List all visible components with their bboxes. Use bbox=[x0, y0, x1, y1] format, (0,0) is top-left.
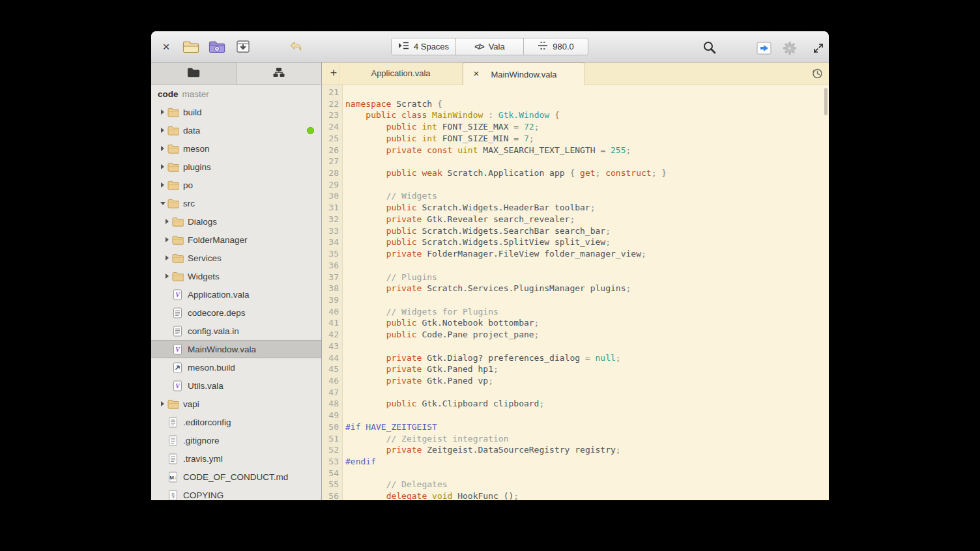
code-line: private Gtk.Paned hp1; bbox=[345, 363, 829, 375]
tree-item-services[interactable]: Services bbox=[151, 249, 321, 267]
project-header[interactable]: code master bbox=[151, 85, 321, 103]
expand-icon[interactable] bbox=[809, 40, 828, 57]
line-number: 42 bbox=[322, 329, 342, 341]
open-folder-icon[interactable] bbox=[182, 38, 200, 55]
tree-item-code-of-conduct-md[interactable]: M↓CODE_OF_CONDUCT.md bbox=[151, 468, 321, 486]
tree-item-label: po bbox=[183, 180, 193, 190]
code-line: delegate void HookFunc (); bbox=[345, 490, 829, 500]
tree-item-data[interactable]: data bbox=[151, 121, 321, 139]
tree-item-label: config.vala.in bbox=[188, 326, 239, 336]
code-line: #if HAVE_ZEITGEIST bbox=[345, 421, 829, 433]
tree-item-label: .travis.yml bbox=[183, 454, 223, 464]
folder-icon bbox=[167, 399, 182, 409]
code-line: private Gtk.Revealer search_revealer; bbox=[345, 214, 829, 225]
tree-item-meson-build[interactable]: meson.build bbox=[151, 358, 321, 376]
outline-hierarchy-icon bbox=[273, 67, 285, 80]
tree-item-build[interactable]: build bbox=[151, 103, 321, 121]
expander-expanded-icon[interactable] bbox=[158, 202, 167, 205]
expander-collapsed-icon[interactable] bbox=[158, 109, 167, 115]
sidebar-tab-files[interactable] bbox=[151, 63, 237, 84]
expander-collapsed-icon[interactable] bbox=[158, 401, 167, 406]
expander-collapsed-icon[interactable] bbox=[158, 128, 167, 133]
headerbar: × 4 Spaces</>Vala980.0 bbox=[151, 31, 829, 63]
tree-item--editorconfig[interactable]: .editorconfig bbox=[151, 413, 321, 431]
folder-icon bbox=[167, 162, 182, 172]
project-branch: master bbox=[182, 89, 209, 99]
line-number: 25 bbox=[322, 133, 342, 145]
file-tree: builddatamesonpluginsposrcDialogsFolderM… bbox=[151, 103, 321, 500]
tree-item-foldermanager[interactable]: FolderManager bbox=[151, 231, 321, 249]
tree-item-dialogs[interactable]: Dialogs bbox=[151, 212, 321, 231]
line-spacing-icon bbox=[538, 41, 548, 52]
build-icon bbox=[172, 362, 186, 373]
project-name: code bbox=[158, 89, 179, 99]
line-number: 29 bbox=[322, 179, 342, 191]
code-editor[interactable]: 2122232425262728293031323334353637383940… bbox=[322, 85, 829, 500]
expander-collapsed-icon[interactable] bbox=[162, 219, 172, 224]
expander-collapsed-icon[interactable] bbox=[162, 274, 172, 279]
tree-item--travis-yml[interactable]: .travis.yml bbox=[151, 449, 321, 468]
folder-icon bbox=[172, 253, 186, 263]
line-number: 51 bbox=[322, 433, 342, 445]
expander-collapsed-icon[interactable] bbox=[158, 164, 167, 169]
save-icon[interactable] bbox=[234, 38, 252, 55]
tree-item-vapi[interactable]: vapi bbox=[151, 395, 321, 413]
line-number: 30 bbox=[322, 190, 342, 202]
code-line: public int FONT_SIZE_MAX = 72; bbox=[345, 121, 829, 133]
expander-collapsed-icon[interactable] bbox=[162, 255, 172, 261]
tree-item-widgets[interactable]: Widgets bbox=[151, 267, 321, 285]
tree-item-plugins[interactable]: plugins bbox=[151, 158, 321, 176]
expander-collapsed-icon[interactable] bbox=[158, 182, 167, 188]
files-folder-icon bbox=[187, 67, 200, 80]
code-line: public class MainWindow : Gtk.Window { bbox=[345, 109, 829, 121]
tab-mainwindow-vala[interactable]: ×MainWindow.vala bbox=[463, 63, 585, 85]
code-line: private FolderManager.FileView folder_ma… bbox=[345, 248, 829, 260]
tree-item--gitignore[interactable]: .gitignore bbox=[151, 431, 321, 449]
project-folder-icon[interactable] bbox=[208, 38, 226, 55]
settings-gear-icon[interactable] bbox=[781, 40, 799, 57]
code-line bbox=[345, 179, 829, 191]
desktop-background: × 4 Spaces</>Vala980.0 bbox=[0, 0, 980, 551]
modified-status-dot bbox=[307, 127, 314, 134]
search-icon[interactable] bbox=[700, 39, 719, 56]
toolbar-button-vala[interactable]: </>Vala bbox=[455, 38, 523, 55]
toolbar-button-980-0[interactable]: 980.0 bbox=[523, 38, 588, 55]
code-line: private const uint MAX_SEARCH_TEXT_LENGT… bbox=[345, 145, 829, 156]
tree-item-mainwindow-vala[interactable]: VMainWindow.vala bbox=[151, 340, 321, 358]
tree-item-config-vala-in[interactable]: config.vala.in bbox=[151, 322, 321, 340]
tree-item-codecore-deps[interactable]: codecore.deps bbox=[151, 304, 321, 322]
tree-item-po[interactable]: po bbox=[151, 176, 321, 194]
subheader: + Application.vala×MainWindow.vala bbox=[151, 63, 829, 85]
line-number: 55 bbox=[322, 479, 342, 490]
window-close-button[interactable]: × bbox=[158, 38, 175, 55]
history-icon[interactable] bbox=[811, 67, 824, 80]
tab-label: Application.vala bbox=[371, 68, 430, 78]
code-line bbox=[345, 87, 829, 98]
code-line bbox=[345, 387, 829, 399]
vala-icon: V bbox=[172, 344, 186, 355]
tab-application-vala[interactable]: Application.vala bbox=[339, 63, 463, 84]
scrollbar-thumb[interactable] bbox=[824, 88, 828, 115]
svg-text:M↓: M↓ bbox=[169, 474, 177, 480]
tree-item-utils-vala[interactable]: VUtils.vala bbox=[151, 376, 321, 395]
tree-item-copying[interactable]: §COPYING bbox=[151, 486, 321, 500]
code-line: public Scratch.Widgets.SplitView split_v… bbox=[345, 236, 829, 248]
expander-collapsed-icon[interactable] bbox=[162, 237, 172, 242]
project-sidebar: code master builddatamesonpluginsposrcDi… bbox=[151, 85, 322, 500]
tab-close-icon[interactable]: × bbox=[471, 67, 482, 80]
code-line: public Code.Pane project_pane; bbox=[345, 329, 829, 341]
share-icon[interactable] bbox=[755, 40, 773, 57]
tree-item-meson[interactable]: meson bbox=[151, 139, 321, 158]
tree-item-application-vala[interactable]: VApplication.vala bbox=[151, 285, 321, 304]
folder-icon bbox=[167, 180, 182, 190]
toolbar-button-4-spaces[interactable]: 4 Spaces bbox=[392, 38, 455, 55]
tree-item-label: build bbox=[183, 107, 202, 117]
license-icon: § bbox=[167, 490, 182, 501]
code-line: namespace Scratch { bbox=[345, 98, 829, 110]
undo-icon[interactable] bbox=[287, 38, 306, 55]
line-number: 21 bbox=[322, 87, 342, 98]
tree-item-src[interactable]: src bbox=[151, 194, 321, 212]
expander-collapsed-icon[interactable] bbox=[158, 146, 167, 151]
document-settings-group: 4 Spaces</>Vala980.0 bbox=[391, 38, 588, 55]
sidebar-tab-outline[interactable] bbox=[237, 63, 321, 84]
